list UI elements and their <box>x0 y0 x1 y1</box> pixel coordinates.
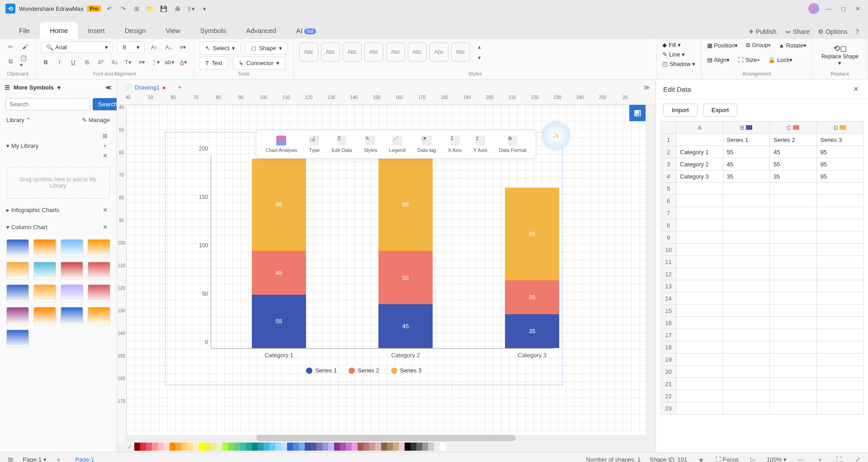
grid-cell[interactable] <box>723 317 770 329</box>
grid-cell[interactable]: Series 1 <box>723 134 770 146</box>
grid-cell[interactable] <box>816 256 863 268</box>
color-swatch[interactable] <box>405 443 410 451</box>
grid-cell[interactable] <box>676 195 723 207</box>
document-tab[interactable]: 📄 Drawing1 ● <box>120 82 170 93</box>
paste-icon[interactable]: 📋▾ <box>20 57 30 66</box>
color-swatch[interactable] <box>240 443 246 451</box>
grid-cell[interactable] <box>816 219 863 231</box>
legend-item[interactable]: Series 2 <box>349 367 379 374</box>
grid-cell[interactable] <box>723 280 770 292</box>
grid-cell[interactable] <box>723 329 770 341</box>
grid-cell[interactable] <box>770 378 817 390</box>
shadow-option[interactable]: ◫ Shadow ▾ <box>662 61 695 67</box>
grid-cell[interactable] <box>676 378 723 390</box>
chart-thumb[interactable] <box>33 284 56 302</box>
color-swatch[interactable] <box>293 443 299 451</box>
grid-cell[interactable] <box>723 183 770 195</box>
grid-cell[interactable] <box>723 378 770 390</box>
grid-cell[interactable] <box>770 317 817 329</box>
zoom-in-icon[interactable]: ＋ <box>815 455 825 462</box>
color-swatch[interactable] <box>410 443 416 451</box>
grid-cell[interactable] <box>676 207 723 219</box>
chart-thumb[interactable] <box>33 262 56 280</box>
grid-cell[interactable]: Category 3 <box>676 170 723 183</box>
print-icon[interactable]: 🖶 <box>172 4 182 14</box>
grid-cell[interactable]: 95 <box>816 170 863 183</box>
grid-cell[interactable] <box>770 292 817 305</box>
layers-icon[interactable]: ◈ <box>696 455 706 462</box>
menu-home[interactable]: Home <box>40 22 78 39</box>
grid-cell[interactable] <box>676 366 723 378</box>
grid-cell[interactable] <box>676 341 723 354</box>
color-swatch[interactable] <box>352 443 358 451</box>
bar-segment[interactable]: 55 <box>252 295 306 348</box>
style-preset[interactable]: Abc <box>386 42 405 61</box>
grid-cell[interactable] <box>676 256 723 268</box>
color-swatch[interactable] <box>228 443 234 451</box>
add-page-icon[interactable]: ＋ <box>54 455 64 462</box>
cut-icon[interactable]: ✂ <box>5 42 15 52</box>
y-axis-button[interactable]: ↥Y Axis <box>469 134 491 155</box>
color-swatch[interactable] <box>181 443 187 451</box>
grid-cell[interactable] <box>676 402 723 415</box>
legend-item[interactable]: Series 3 <box>391 367 422 374</box>
chart-thumb[interactable] <box>6 239 29 257</box>
color-swatch[interactable] <box>346 443 352 451</box>
grid-cell[interactable]: 55 <box>770 158 817 170</box>
color-swatch[interactable] <box>363 443 369 451</box>
menu-insert[interactable]: Insert <box>78 22 115 39</box>
close-section-icon[interactable]: ✕ <box>100 205 110 215</box>
grid-cell[interactable]: 95 <box>816 146 863 158</box>
grid-cell[interactable] <box>770 354 817 366</box>
chart-styles-button[interactable]: ✎Styles <box>359 134 382 155</box>
color-swatch[interactable] <box>322 443 328 451</box>
grid-cell[interactable] <box>723 244 770 256</box>
redo-icon[interactable]: ↷ <box>118 4 128 14</box>
grid-cell[interactable] <box>770 244 817 256</box>
color-swatch[interactable] <box>222 443 228 451</box>
color-swatch[interactable] <box>175 443 181 451</box>
grid-cell[interactable] <box>723 231 770 244</box>
color-swatch[interactable] <box>440 443 446 451</box>
style-preset[interactable]: Abc <box>429 42 448 61</box>
grid-cell[interactable] <box>816 402 863 415</box>
canvas[interactable]: 📊 Chart Analysis 📊Type 🗒Edit Data ✎Style… <box>127 105 646 435</box>
grid-cell[interactable] <box>676 354 723 366</box>
play-icon[interactable]: ▷ <box>748 455 758 462</box>
color-swatch[interactable] <box>170 443 175 451</box>
menu-view[interactable]: View <box>156 22 190 39</box>
manage-link[interactable]: ✎ Manage <box>82 117 110 123</box>
grid-cell[interactable] <box>816 354 863 366</box>
grid-cell[interactable] <box>676 305 723 317</box>
color-swatch[interactable] <box>140 443 146 451</box>
grid-cell[interactable] <box>770 341 817 354</box>
group-option[interactable]: ⧉ Group▾ <box>746 42 770 49</box>
grid-cell[interactable] <box>816 378 863 390</box>
publish-button[interactable]: ✈ Publish <box>749 28 777 35</box>
italic-icon[interactable]: I <box>55 57 64 67</box>
help-icon[interactable]: ? <box>855 28 859 35</box>
style-preset[interactable]: Abc <box>343 42 362 61</box>
export-icon[interactable]: ⇪▾ <box>186 4 196 14</box>
style-preset[interactable]: Abc <box>321 42 340 61</box>
fullscreen-icon[interactable]: ⤢ <box>853 455 863 462</box>
position-option[interactable]: ▦ Position▾ <box>707 42 738 49</box>
grid-cell[interactable] <box>816 390 863 402</box>
fit-page-icon[interactable]: ⛶ <box>834 455 844 462</box>
chart-thumb[interactable] <box>61 239 83 257</box>
grid-cell[interactable] <box>676 280 723 292</box>
chart-thumb[interactable] <box>6 262 29 280</box>
grid-cell[interactable]: 95 <box>816 158 863 170</box>
import-button[interactable]: Import <box>663 104 698 117</box>
color-swatch[interactable] <box>234 443 240 451</box>
color-swatch[interactable] <box>422 443 428 451</box>
color-swatch[interactable] <box>375 443 381 451</box>
grid-cell[interactable] <box>676 231 723 244</box>
x-axis-button[interactable]: ↧X Axis <box>443 134 467 155</box>
grid-cell[interactable]: Category 1 <box>676 146 723 158</box>
grid-cell[interactable] <box>676 219 723 231</box>
grid-cell[interactable] <box>816 244 863 256</box>
color-swatch[interactable] <box>393 443 399 451</box>
more-symbols-label[interactable]: More Symbols <box>14 84 54 91</box>
grid-cell[interactable] <box>770 256 817 268</box>
